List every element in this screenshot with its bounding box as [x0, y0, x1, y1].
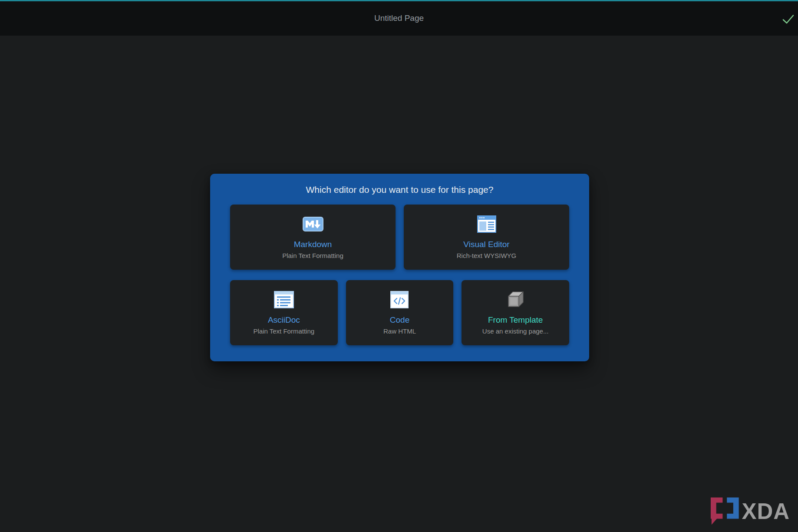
editor-options-row-2: AsciiDoc Plain Text Formatting Code Raw …	[230, 280, 569, 345]
editor-option-from-template[interactable]: From Template Use an existing page...	[462, 280, 569, 345]
editor-option-description: Raw HTML	[383, 327, 416, 336]
editor-choice-dialog: Which editor do you want to use for this…	[210, 174, 589, 361]
editor-option-label: AsciiDoc	[268, 315, 300, 325]
top-bar: Untitled Page	[0, 0, 798, 36]
template-cube-icon	[505, 291, 525, 309]
page-title: Untitled Page	[0, 13, 798, 23]
asciidoc-document-icon	[274, 291, 294, 309]
xda-wordmark: XDA	[742, 499, 790, 524]
editor-option-label: Visual Editor	[463, 239, 509, 250]
markdown-icon	[303, 215, 323, 233]
editor-option-description: Plain Text Formatting	[282, 251, 343, 260]
editor-option-description: Use an existing page...	[482, 327, 549, 336]
editor-option-visual-editor[interactable]: Visual Editor Rich-text WYSIWYG	[404, 205, 569, 270]
dialog-title: Which editor do you want to use for this…	[230, 174, 569, 196]
editor-options-row-1: Markdown Plain Text Formatting Visu	[230, 205, 569, 270]
xda-bracket-icon	[711, 498, 739, 525]
editor-option-description: Plain Text Formatting	[254, 327, 315, 336]
editor-option-code[interactable]: Code Raw HTML	[346, 280, 454, 345]
editor-option-label: Markdown	[294, 239, 332, 250]
check-icon	[782, 14, 794, 25]
xda-logo: XDA	[709, 496, 795, 526]
editor-option-asciidoc[interactable]: AsciiDoc Plain Text Formatting	[230, 280, 338, 345]
editor-option-label: Code	[390, 315, 409, 325]
editor-option-markdown[interactable]: Markdown Plain Text Formatting	[230, 205, 396, 270]
editor-option-label: From Template	[488, 315, 543, 325]
code-window-icon	[390, 291, 409, 309]
editor-option-description: Rich-text WYSIWYG	[457, 251, 517, 260]
visual-editor-window-icon	[477, 215, 496, 233]
save-button[interactable]	[782, 13, 795, 26]
